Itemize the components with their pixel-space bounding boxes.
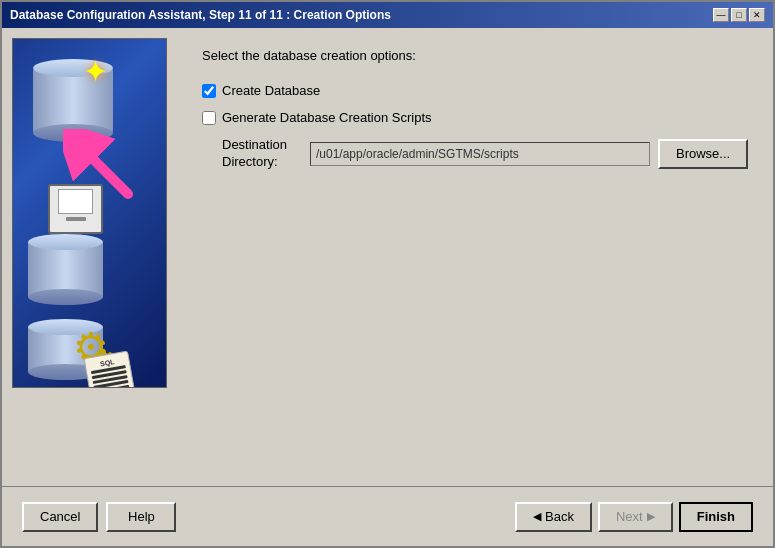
back-label: Back <box>545 509 574 524</box>
minimize-button[interactable]: — <box>713 8 729 22</box>
close-button[interactable]: ✕ <box>749 8 765 22</box>
instruction-text: Select the database creation options: <box>202 48 748 63</box>
back-button[interactable]: ◀ Back <box>515 502 592 532</box>
create-database-row: Create Database <box>202 83 748 98</box>
next-button[interactable]: Next ▶ <box>598 502 673 532</box>
footer: Cancel Help ◀ Back Next ▶ Finish <box>2 486 773 546</box>
star-icon: ✦ <box>83 54 161 89</box>
window-title: Database Configuration Assistant, Step 1… <box>10 8 391 22</box>
illustration: ✦ <box>13 39 166 387</box>
maximize-button[interactable]: □ <box>731 8 747 22</box>
generate-scripts-row: Generate Database Creation Scripts <box>202 110 748 125</box>
window-controls: — □ ✕ <box>713 8 765 22</box>
options-panel: Select the database creation options: Cr… <box>182 38 768 476</box>
floppy-disk-icon <box>48 184 103 234</box>
content-area: ✦ <box>2 28 773 546</box>
main-content: ✦ <box>2 28 773 486</box>
next-label: Next <box>616 509 643 524</box>
footer-right-buttons: ◀ Back Next ▶ Finish <box>515 502 753 532</box>
create-database-checkbox[interactable] <box>202 84 216 98</box>
create-database-label: Create Database <box>222 83 320 98</box>
sql-script-icon: SQL <box>84 351 138 388</box>
title-bar: Database Configuration Assistant, Step 1… <box>2 2 773 28</box>
destination-input[interactable] <box>310 142 650 166</box>
generate-scripts-label: Generate Database Creation Scripts <box>222 110 432 125</box>
options-area: Create Database Generate Database Creati… <box>202 83 748 171</box>
cancel-button[interactable]: Cancel <box>22 502 98 532</box>
footer-left-buttons: Cancel Help <box>22 502 176 532</box>
back-arrow-icon: ◀ <box>533 510 541 523</box>
main-window: Database Configuration Assistant, Step 1… <box>0 0 775 548</box>
finish-button[interactable]: Finish <box>679 502 753 532</box>
destination-directory-row: DestinationDirectory: Browse... <box>222 137 748 171</box>
illustration-panel: ✦ <box>12 38 167 388</box>
help-button[interactable]: Help <box>106 502 176 532</box>
next-arrow-icon: ▶ <box>647 510 655 523</box>
destination-label: DestinationDirectory: <box>222 137 302 171</box>
browse-button[interactable]: Browse... <box>658 139 748 169</box>
middle-database-icon <box>28 234 103 305</box>
generate-scripts-checkbox[interactable] <box>202 111 216 125</box>
